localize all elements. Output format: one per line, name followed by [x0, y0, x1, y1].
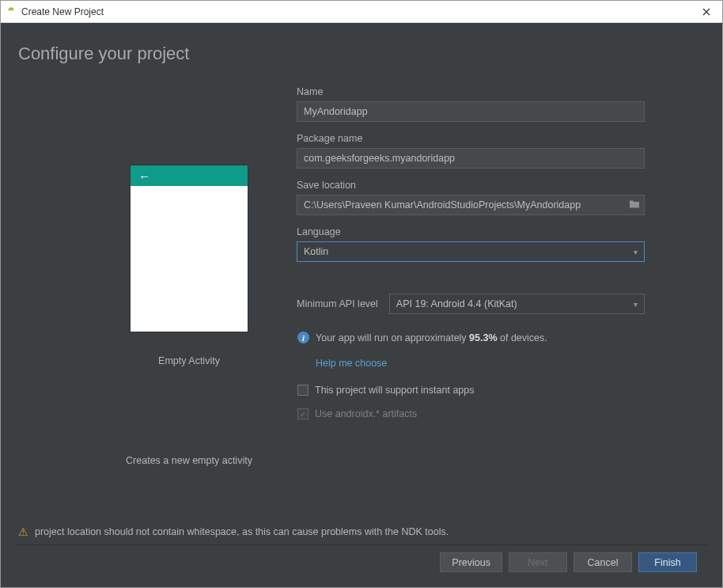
android-icon	[6, 6, 17, 17]
button-bar: Previous Next Cancel Finish	[15, 544, 708, 579]
package-label: Package name	[297, 133, 645, 144]
arrow-left-icon: ←	[138, 169, 150, 183]
language-select[interactable]: Kotlin ▾	[297, 241, 645, 262]
form-column: Name Package name Save location Language	[297, 86, 645, 544]
warning-text: project location should not contain whit…	[35, 526, 449, 537]
api-level-selected-value: API 19: Android 4.4 (KitKat)	[396, 298, 517, 309]
cancel-button[interactable]: Cancel	[573, 552, 632, 572]
package-field-group: Package name	[297, 133, 645, 169]
language-field-group: Language Kotlin ▾	[297, 226, 645, 262]
template-name: Empty Activity	[158, 355, 220, 366]
help-me-choose-link[interactable]: Help me choose	[316, 358, 645, 369]
folder-browse-icon[interactable]	[629, 199, 640, 211]
window-close-button[interactable]	[695, 2, 717, 21]
instant-apps-checkbox[interactable]	[297, 385, 309, 396]
androidx-checkbox-row: ✓ Use androidx.* artifacts	[297, 408, 645, 419]
api-level-label: Minimum API level	[297, 298, 378, 309]
api-level-row: Minimum API level API 19: Android 4.4 (K…	[297, 294, 645, 314]
main-panel: Configure your project ← Empty Activity …	[1, 23, 722, 587]
instant-apps-checkbox-row[interactable]: This project will support instant apps	[297, 385, 645, 396]
finish-button[interactable]: Finish	[638, 552, 697, 572]
save-location-field-group: Save location	[297, 180, 645, 215]
name-input[interactable]	[297, 101, 645, 122]
content-area: ← Empty Activity Creates a new empty act…	[15, 86, 708, 544]
template-description: Creates a new empty activity	[126, 455, 252, 466]
template-preview-column: ← Empty Activity Creates a new empty act…	[126, 86, 252, 544]
info-icon: i	[297, 332, 309, 343]
device-coverage-info: i Your app will run on approximately 95.…	[297, 332, 645, 343]
package-input[interactable]	[297, 148, 645, 169]
warning-message: ⚠ project location should not contain wh…	[18, 525, 449, 538]
titlebar: Create New Project	[1, 1, 722, 23]
window-title: Create New Project	[21, 6, 104, 17]
previous-button[interactable]: Previous	[440, 552, 502, 572]
template-preview: ←	[131, 165, 248, 332]
save-location-input[interactable]	[297, 195, 645, 215]
chevron-down-icon: ▾	[634, 248, 638, 256]
save-location-label: Save location	[297, 180, 645, 191]
next-button: Next	[509, 552, 567, 572]
page-title: Configure your project	[18, 44, 708, 64]
device-coverage-text: Your app will run on approximately 95.3%…	[316, 332, 547, 343]
instant-apps-label: This project will support instant apps	[315, 385, 474, 396]
preview-appbar: ←	[131, 165, 248, 186]
language-selected-value: Kotlin	[304, 246, 328, 257]
api-level-select[interactable]: API 19: Android 4.4 (KitKat) ▾	[389, 294, 645, 314]
name-field-group: Name	[297, 86, 645, 122]
name-label: Name	[297, 86, 645, 97]
androidx-checkbox: ✓	[297, 408, 309, 419]
language-label: Language	[297, 226, 645, 237]
androidx-label: Use androidx.* artifacts	[315, 408, 417, 419]
preview-body	[131, 186, 248, 332]
warning-icon: ⚠	[18, 525, 28, 538]
chevron-down-icon: ▾	[634, 300, 638, 309]
